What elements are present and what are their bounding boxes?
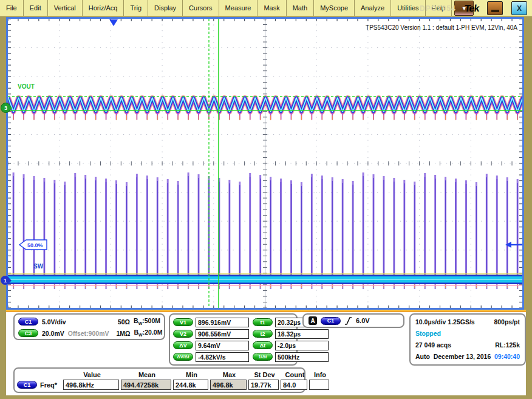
menu-item-math[interactable]: Math	[287, 0, 314, 16]
meas-source-pill[interactable]: C1	[17, 381, 37, 389]
meas-cell: 244.8k	[173, 380, 208, 390]
meas-name: Freq*	[40, 381, 57, 389]
meas-cell: 494.47258k	[121, 380, 171, 390]
cursor-label-pill: ΔV/Δt	[173, 353, 193, 361]
cursor-row-left-0: V1896.916mV	[173, 316, 249, 328]
measurement-header-row: ValueMeanMinMaxSt DevCountInfo	[15, 370, 304, 380]
meas-cell	[309, 380, 329, 390]
menu-item-display[interactable]: Display	[148, 0, 183, 16]
close-button[interactable]: X	[511, 1, 527, 15]
cursor-value: -2.0µs	[275, 341, 329, 350]
trigger-bus-badge: A	[309, 316, 317, 325]
cursor-row-right-1: t218.32µs	[253, 328, 329, 339]
measurement-panel: ValueMeanMinMaxSt DevCountInfo C1Freq*49…	[13, 367, 305, 393]
cursor-value: 896.916mV	[196, 318, 249, 327]
meas-cell: 496.8kHz	[63, 380, 119, 390]
trigger-level-tag[interactable]: 50.0%	[19, 239, 48, 251]
cursor-value: 500kHz	[275, 352, 329, 362]
ch1-bandwidth: BW:500M	[134, 317, 160, 326]
ch3-pill[interactable]: C3	[18, 329, 38, 337]
menu-item-cursors[interactable]: Cursors	[183, 0, 219, 16]
cursor-label-pill: t1	[253, 318, 273, 326]
sw-trace-label: SW	[33, 263, 43, 270]
cursor-readout-left: V1896.916mVV2906.556mVΔV9.64mVΔV/Δt-4.82…	[173, 316, 249, 363]
cursor-label-pill: V2	[173, 330, 193, 338]
cursor-value: 906.556mV	[196, 329, 249, 339]
trigger-mode: Auto	[415, 353, 430, 360]
measurement-data-row: C1Freq*496.8kHz494.47258k244.8k496.8k19.…	[15, 380, 304, 390]
trigger-level-value: 6.0V	[356, 317, 370, 324]
meas-header-max: Max	[210, 370, 248, 380]
minimize-button[interactable]	[487, 1, 503, 15]
waveform-display[interactable]: TPS543C20 Version 1.1 : default 1-PH EVM…	[6, 17, 524, 310]
acquisition-count: 27 049 acqs	[415, 341, 451, 349]
acquisition-status: Stopped	[415, 330, 441, 337]
screen-annotation: TPS543C20 Version 1.1 : default 1-PH EVM…	[366, 24, 517, 31]
record-length: RL:125k	[495, 341, 520, 349]
meas-cell: 496.8k	[210, 380, 247, 390]
meas-header-mean: Mean	[121, 370, 173, 380]
ch3-offset: Offset:900mV	[68, 330, 109, 337]
menu-item-horiz-acq[interactable]: Horiz/Acq	[83, 0, 124, 16]
svg-text:50.0%: 50.0%	[27, 242, 43, 248]
menu-item-vertical[interactable]: Vertical	[48, 0, 83, 16]
ch1-scale: 5.0V/div	[42, 318, 66, 326]
minimize-icon	[491, 10, 499, 12]
menu-item-mask[interactable]: Mask	[257, 0, 286, 16]
cursor-row-left-3: ΔV/Δt-4.82kV/s	[173, 351, 249, 363]
rising-edge-icon	[344, 316, 352, 326]
ch1-impedance: 50Ω	[118, 318, 130, 326]
resolution-readout: 800ps/pt	[494, 318, 520, 326]
meas-header-min: Min	[173, 370, 210, 380]
meas-header-value: Value	[63, 370, 121, 380]
cursor-row-left-1: V2906.556mV	[173, 328, 249, 339]
cursor-label-pill: V1	[173, 318, 193, 326]
menu-item-analyze[interactable]: Analyze	[355, 0, 391, 16]
channel1-marker[interactable]: 1	[1, 276, 10, 285]
cursor-label-pill: Δt	[253, 341, 273, 349]
close-icon: X	[517, 4, 522, 13]
menu-item-file[interactable]: File	[0, 0, 24, 16]
menu-item-trig[interactable]: Trig	[124, 0, 148, 16]
date-readout: December 13, 2016	[434, 353, 491, 360]
ch3-impedance: 1MΩ	[116, 330, 130, 337]
cursor-readout-panel: V1896.916mVV2906.556mVΔV9.64mVΔV/Δt-4.82…	[169, 313, 298, 366]
channel-readout-panel[interactable]: C1 5.0V/div 50Ω BW:500M C3 20.0mV Offset…	[13, 313, 165, 340]
ch3-scale: 20.0mV	[42, 330, 64, 337]
model-label: DPO7054	[420, 4, 456, 13]
scope-graticule	[8, 19, 522, 308]
ch3-bandwidth: BW:20.0M	[134, 329, 163, 337]
cursor-label-pill: ΔV	[173, 341, 193, 349]
cursor-value: 9.64mV	[196, 341, 249, 350]
meas-source: C1Freq*	[15, 381, 63, 389]
meas-header-count: Count	[281, 370, 309, 380]
cursor-value: -4.82kV/s	[196, 352, 249, 362]
meas-cell: 19.77k	[248, 380, 279, 390]
menu-bar-items: FileEditVerticalHoriz/AcqTrigDisplayCurs…	[0, 0, 452, 16]
meas-header-info: Info	[309, 370, 331, 380]
ch1-pill[interactable]: C1	[18, 318, 38, 326]
trigger-source-pill: C1	[321, 317, 341, 325]
menu-item-measure[interactable]: Measure	[219, 0, 258, 16]
cursor-row-right-2: Δt-2.0µs	[253, 339, 329, 351]
sample-rate-readout: 1.25GS/s	[448, 318, 474, 326]
trigger-readout-panel[interactable]: A C1 6.0V	[302, 313, 404, 328]
cursor-label-pill: 1/Δt	[253, 353, 273, 361]
channel3-marker[interactable]: 3	[1, 103, 11, 113]
menu-bar: FileEditVerticalHoriz/AcqTrigDisplayCurs…	[0, 0, 532, 16]
cursor-label-pill: t2	[253, 330, 273, 338]
cursor-value: 18.32µs	[275, 329, 329, 339]
tek-logo: Tek	[464, 3, 479, 14]
vout-trace-label: VOUT	[18, 83, 35, 90]
meas-cell: 84.0	[281, 380, 307, 390]
timebase-readout: 10.0µs/div	[415, 318, 446, 326]
meas-header-st-dev: St Dev	[248, 370, 281, 380]
menu-item-edit[interactable]: Edit	[24, 0, 48, 16]
acquisition-panel: 10.0µs/div 1.25GS/s 800ps/pt Stopped 27 …	[409, 313, 526, 366]
time-readout: 09:40:40	[494, 353, 520, 360]
cursor-row-right-3: 1/Δt500kHz	[253, 351, 329, 363]
cursor-row-left-2: ΔV9.64mV	[173, 339, 249, 351]
menu-item-myscope[interactable]: MyScope	[314, 0, 355, 16]
